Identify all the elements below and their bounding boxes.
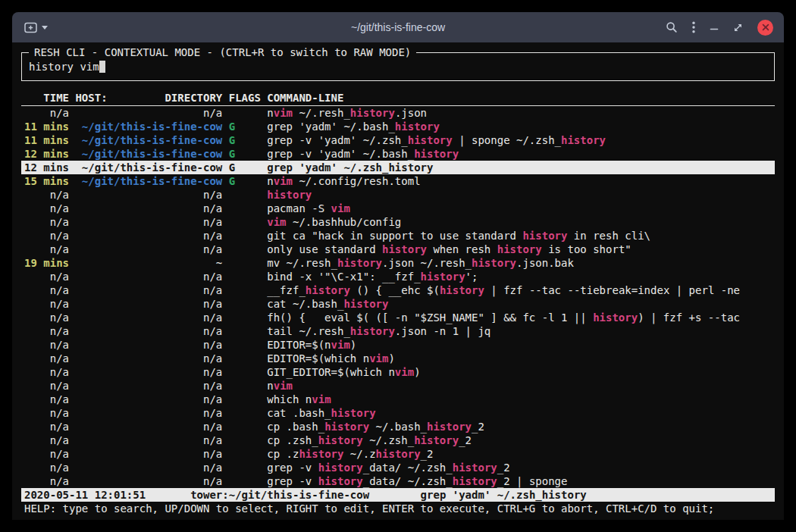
history-row[interactable]: 12 mins~/git/this-is-fine-cowGgrep 'yadm… bbox=[21, 161, 775, 174]
dropdown-caret-icon[interactable] bbox=[42, 26, 48, 30]
history-row[interactable]: n/an/acp .zsh_history ~/.zsh_history_2 bbox=[21, 433, 775, 447]
row-flags bbox=[229, 311, 261, 324]
row-directory: ~ bbox=[75, 256, 222, 270]
cmd-text: ) bbox=[388, 352, 394, 365]
cmd-match: history bbox=[299, 448, 343, 460]
row-time: 12 mins bbox=[24, 147, 69, 161]
history-row[interactable]: n/an/apacman -S vim bbox=[21, 202, 775, 215]
cmd-text: _data/ ~/.zsh_ bbox=[363, 462, 453, 474]
cmd-text: ) bbox=[414, 366, 420, 378]
cmd-match: history bbox=[453, 462, 497, 474]
history-row[interactable]: 15 mins~/git/this-is-fine-cowGnvim ~/.co… bbox=[21, 174, 775, 188]
history-row[interactable]: 11 mins~/git/this-is-fine-cowGgrep 'yadm… bbox=[21, 120, 775, 133]
header-directory: DIRECTORY bbox=[165, 91, 222, 105]
row-flags bbox=[229, 461, 261, 474]
restore-button[interactable] bbox=[733, 23, 743, 33]
row-directory: ~/git/this-is-fine-cow bbox=[75, 120, 222, 133]
history-row[interactable]: n/an/afh() { eval $( ([ -n "$ZSH_NAME" ]… bbox=[21, 311, 775, 324]
row-time: n/a bbox=[24, 202, 69, 215]
cmd-match: history bbox=[306, 284, 350, 296]
row-time: n/a bbox=[24, 324, 69, 338]
history-row[interactable]: n/an/agit ca "hack in support to use sta… bbox=[21, 229, 775, 243]
cmd-text: _2 bbox=[472, 421, 484, 433]
cmd-text: ~/.config/resh.toml bbox=[293, 175, 421, 187]
cmd-text: bind -x '"\C-x1": __fzf_ bbox=[267, 271, 420, 283]
history-row[interactable]: n/an/aGIT_EDITOR=$(which nvim) bbox=[21, 365, 775, 379]
row-time: n/a bbox=[24, 311, 69, 324]
cmd-match: history bbox=[318, 434, 363, 446]
history-row[interactable]: n/an/acp .zhistory ~/.zhistory_2 bbox=[21, 447, 775, 461]
cmd-text: ~/.resh_ bbox=[293, 107, 350, 119]
history-row[interactable]: 12 mins~/git/this-is-fine-cowGgrep -v 'y… bbox=[21, 147, 775, 161]
new-terminal-button[interactable] bbox=[24, 22, 37, 33]
cmd-text: pacman -S bbox=[267, 202, 331, 214]
cmd-text: ~/.bash_ bbox=[369, 421, 427, 433]
row-directory: ~/git/this-is-fine-cow bbox=[75, 147, 222, 161]
history-row[interactable]: n/an/anvim ~/.resh_history.json bbox=[21, 106, 775, 120]
cmd-text: EDITOR=$(which n bbox=[267, 352, 369, 365]
cmd-match: history bbox=[522, 230, 567, 242]
history-row[interactable]: n/an/a__fzf_history () { __ehc $(history… bbox=[21, 283, 775, 297]
titlebar[interactable]: ~/git/this-is-fine-cow bbox=[12, 12, 784, 42]
history-row[interactable]: n/an/acp .bash_history ~/.bash_history_2 bbox=[21, 420, 775, 433]
status-location: tower:~/git/this-is-fine-cow bbox=[190, 488, 369, 502]
history-row[interactable]: n/an/ahistory bbox=[21, 188, 775, 202]
close-button[interactable] bbox=[757, 20, 773, 36]
history-row[interactable]: 19 mins~mv ~/.resh_history.json ~/.resh_… bbox=[21, 256, 775, 270]
row-command: fh() { eval $( ([ -n "$ZSH_NAME" ] && fc… bbox=[267, 311, 775, 324]
row-flags bbox=[229, 447, 261, 461]
cmd-match: vim bbox=[274, 107, 293, 119]
row-flags bbox=[229, 393, 261, 406]
search-query-input[interactable]: history vim bbox=[29, 60, 99, 74]
row-directory: n/a bbox=[75, 229, 222, 243]
cmd-match: history bbox=[318, 475, 363, 487]
row-command: cp .zhistory ~/.zhistory_2 bbox=[267, 447, 775, 461]
cmd-match: vim bbox=[274, 380, 293, 392]
row-time: n/a bbox=[24, 106, 69, 120]
history-row[interactable]: n/an/acat ~/.bash_history bbox=[21, 297, 775, 311]
cmd-match: history bbox=[593, 311, 638, 324]
row-command: git ca "hack in support to use standard … bbox=[267, 229, 775, 243]
history-row[interactable]: n/an/aEDITOR=$(nvim) bbox=[21, 338, 775, 352]
search-icon[interactable] bbox=[666, 21, 678, 33]
row-command: mv ~/.resh_history.json ~/.resh_history.… bbox=[267, 256, 775, 270]
row-time: n/a bbox=[24, 270, 69, 283]
row-time: n/a bbox=[24, 229, 69, 243]
row-command: EDITOR=$(nvim) bbox=[267, 338, 775, 352]
history-row[interactable]: n/an/abind -x '"\C-x1": __fzf_history'; bbox=[21, 270, 775, 283]
history-row[interactable]: n/an/anvim bbox=[21, 379, 775, 393]
history-row[interactable]: n/an/agrep -v history_data/ ~/.zsh_histo… bbox=[21, 474, 775, 488]
row-flags bbox=[229, 420, 261, 433]
history-row[interactable]: n/an/aonly use standard history when res… bbox=[21, 243, 775, 256]
cmd-text: ~/.zsh_ bbox=[363, 434, 414, 446]
cmd-text: grep -v bbox=[267, 462, 318, 474]
history-row[interactable]: n/an/awhich nvim bbox=[21, 393, 775, 406]
row-command: only use standard history when resh hist… bbox=[267, 243, 775, 256]
minimize-button[interactable] bbox=[710, 23, 719, 32]
row-flags: G bbox=[229, 120, 261, 133]
cmd-text: cat ~/.bash_ bbox=[267, 298, 343, 310]
history-row[interactable]: n/an/aEDITOR=$(which nvim) bbox=[21, 352, 775, 365]
history-row[interactable]: n/an/avim ~/.bashhub/config bbox=[21, 215, 775, 229]
cmd-match: history bbox=[350, 325, 395, 337]
row-command: history bbox=[267, 188, 775, 202]
row-flags bbox=[229, 243, 261, 256]
row-command: grep -v 'yadm' ~/.zsh_history | sponge ~… bbox=[267, 133, 775, 147]
row-flags bbox=[229, 106, 261, 120]
row-time: n/a bbox=[24, 338, 69, 352]
history-row[interactable]: n/an/acat .bash_history bbox=[21, 406, 775, 420]
row-time: n/a bbox=[24, 188, 69, 202]
cmd-text: | sponge ~/.zsh_ bbox=[453, 134, 561, 146]
cmd-text: __fzf_ bbox=[267, 284, 306, 296]
row-time: n/a bbox=[24, 433, 69, 447]
cmd-text: git ca "hack in support to use standard bbox=[267, 230, 522, 242]
row-directory: n/a bbox=[75, 338, 222, 352]
search-box[interactable]: RESH CLI - CONTEXTUAL MODE - (CTRL+R to … bbox=[21, 52, 775, 81]
history-row[interactable]: n/an/atail ~/.resh_history.json -n 1 | j… bbox=[21, 324, 775, 338]
cmd-text: _data/ ~/.zsh_ bbox=[363, 475, 453, 487]
row-time: 15 mins bbox=[24, 174, 69, 188]
row-flags bbox=[229, 270, 261, 283]
history-row[interactable]: n/an/agrep -v history_data/ ~/.zsh_histo… bbox=[21, 461, 775, 474]
menu-kebab-icon[interactable] bbox=[692, 21, 695, 33]
history-row[interactable]: 11 mins~/git/this-is-fine-cowGgrep -v 'y… bbox=[21, 133, 775, 147]
